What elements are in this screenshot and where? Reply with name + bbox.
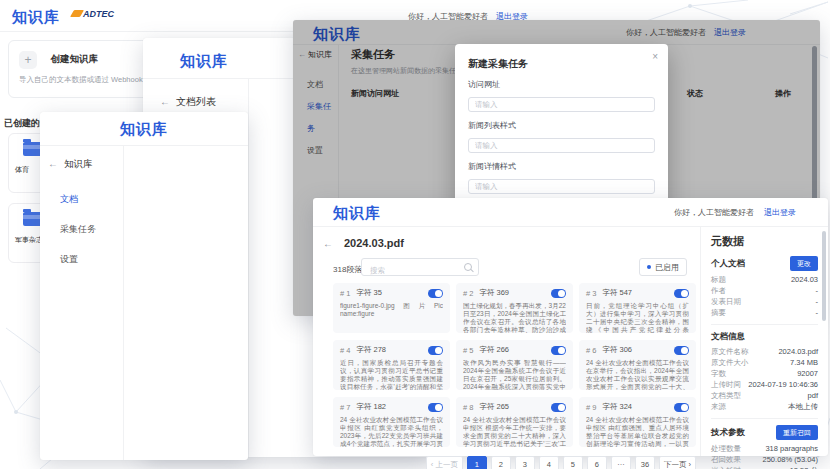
meta-row: 上传时间2024-07-19 10:46:36 xyxy=(711,379,818,390)
meta-value: 2024-07-19 10:46:36 xyxy=(748,379,818,390)
back-kb[interactable]: ←知识库 xyxy=(48,158,123,171)
sidebar-item-settings[interactable]: 设置 xyxy=(60,253,123,266)
paragraph-card[interactable]: # 9字符 32424 全社农业农村全国模范工作会议申报区 由红旗强国、重点人居… xyxy=(579,397,696,447)
url-field[interactable] xyxy=(468,97,655,112)
app-title: 知识库 xyxy=(12,8,60,27)
meta-value: 7.34 MB xyxy=(790,357,818,368)
meta-row: 发表日期- xyxy=(711,296,818,307)
logout-link[interactable]: 退出登录 xyxy=(764,208,796,217)
section-title-tech-params: 技术参数 xyxy=(711,427,745,439)
page-button[interactable]: 1 xyxy=(467,456,487,469)
meta-value: 2024.03 xyxy=(791,274,818,285)
meta-label: 处理数量 xyxy=(711,443,741,454)
enable-toggle[interactable] xyxy=(674,346,689,355)
enable-toggle[interactable] xyxy=(428,346,443,355)
search-input[interactable] xyxy=(368,263,464,279)
paragraph-card[interactable]: # 5字符 266改作风为民办实事 智慧银行——2024年全国金融系统工作会议于… xyxy=(456,340,573,390)
paragraph-card[interactable]: # 2字符 369国土绿化规划，春季再出发，3月22日至23日，2024年全国国… xyxy=(456,283,573,333)
page-ellipsis[interactable]: ··· xyxy=(611,456,631,469)
char-count: 字符 369 xyxy=(479,288,551,298)
paragraph-grid: # 1字符 35figure1-figure-0.jpg图片Pic name:f… xyxy=(333,283,700,447)
char-count: 字符 265 xyxy=(479,402,551,412)
prev-page-button[interactable]: ‹ 上一页 xyxy=(426,456,463,469)
adtec-logo: ADTEC xyxy=(72,9,114,19)
enable-toggle[interactable] xyxy=(551,346,566,355)
meta-row: 标题2024.03 xyxy=(711,274,818,285)
meta-value: - xyxy=(816,285,819,296)
paragraph-text: figure1-figure-0.jpg图片Pic name:figure xyxy=(340,302,443,333)
page-button[interactable]: 2 xyxy=(491,456,511,469)
char-count: 字符 324 xyxy=(602,402,674,412)
field-label-detail-style: 新闻详情样式 xyxy=(468,161,655,172)
status-dot-icon xyxy=(647,265,651,269)
search-box xyxy=(361,258,479,276)
paragraph-index: # 9 xyxy=(586,403,596,412)
enable-toggle[interactable] xyxy=(551,289,566,298)
meta-row: 文档类型pdf xyxy=(711,390,818,401)
back-arrow-icon[interactable]: ← xyxy=(323,238,333,249)
back-arrow-icon: ← xyxy=(160,96,170,107)
divider xyxy=(711,324,818,325)
page-button[interactable]: 6 xyxy=(587,456,607,469)
close-icon[interactable]: × xyxy=(652,51,658,62)
page-button[interactable]: 36 xyxy=(635,456,655,469)
logo-swoosh-icon xyxy=(70,10,84,17)
char-count: 字符 182 xyxy=(356,402,428,412)
meta-value: - xyxy=(816,296,819,307)
meta-row: 原文件大小7.34 MB xyxy=(711,357,818,368)
meta-label: 标题 xyxy=(711,274,726,285)
meta-row: 召回效果250.08% (53.04) xyxy=(711,454,818,465)
paragraph-index: # 3 xyxy=(586,289,596,298)
page-button[interactable]: 3 xyxy=(515,456,535,469)
enable-toggle[interactable] xyxy=(674,289,689,298)
enable-toggle[interactable] xyxy=(551,403,566,412)
paragraph-index: # 7 xyxy=(340,403,350,412)
back-doc-list[interactable]: ←文档列表 xyxy=(160,95,248,109)
window-title: 知识库 xyxy=(180,52,228,71)
paragraph-card[interactable]: # 8字符 26524 全社农业农村全国模范工作会议申报区 根据今年工作统一安排… xyxy=(456,397,573,447)
sidebar-item-tasks[interactable]: 采集任务 xyxy=(60,223,123,236)
meta-row: 来源本地上传 xyxy=(711,401,818,412)
scrollbar[interactable] xyxy=(822,231,826,321)
detail-style-field[interactable] xyxy=(468,179,655,194)
paragraph-index: # 8 xyxy=(463,403,473,412)
meta-label: 原文件大小 xyxy=(711,357,749,368)
paragraph-card[interactable]: # 1字符 35figure1-figure-0.jpg图片Pic name:f… xyxy=(333,283,450,333)
paragraph-card[interactable]: # 7字符 18224 全社农业农村全国模范工作会议申报区 由红旗党支部牵头组织… xyxy=(333,397,450,447)
paragraph-card[interactable]: # 3字符 547日前，党组理论学习中心组（扩大）进行集中学习，深入学习贯彻二十… xyxy=(579,283,696,333)
enable-toggle[interactable] xyxy=(428,403,443,412)
status-filter[interactable]: 已启用 xyxy=(639,258,687,276)
meta-value: 本地上传 xyxy=(788,401,818,412)
window-title: 知识库 xyxy=(120,120,168,137)
paragraph-text: 日前，党组理论学习中心组（扩大）进行集中学习，深入学习贯彻二十届中央纪委三次全会… xyxy=(586,302,689,333)
meta-value: 12.52 分 xyxy=(790,465,818,469)
meta-value: 2024.03.pdf xyxy=(778,346,818,357)
paragraph-text: 24 全社农业农村全国模范工作会议申报区 根据今年工作统一安排，要求全面贯彻党的… xyxy=(463,416,566,447)
meta-value: 250.08% (53.04) xyxy=(763,454,818,465)
section-title-doc-info: 文档信息 xyxy=(711,331,818,343)
page-button[interactable]: 4 xyxy=(539,456,559,469)
divider xyxy=(711,418,818,419)
kb-sidebar: ←知识库 文档 采集任务 设置 xyxy=(40,146,124,460)
meta-row: 原文件名称2024.03.pdf xyxy=(711,346,818,357)
re-recall-button[interactable]: 重新召回 xyxy=(776,425,818,440)
meta-row: 字数92007 xyxy=(711,368,818,379)
edit-metadata-button[interactable]: 更改 xyxy=(790,256,818,271)
enable-toggle[interactable] xyxy=(674,403,689,412)
window-title: 知识库 xyxy=(333,204,381,223)
page-button[interactable]: 5 xyxy=(563,456,583,469)
next-page-button[interactable]: 下一页 › xyxy=(659,456,696,469)
meta-label: 发表日期 xyxy=(711,296,741,307)
paragraph-text: 改作风为民办实事 智慧银行——2024年全国金融系统工作会议于近日在京召开，25… xyxy=(463,359,566,390)
paragraph-index: # 6 xyxy=(586,346,596,355)
enable-toggle[interactable] xyxy=(428,289,443,298)
paragraph-text: 近日，国家质检总局召开专题会议，认真学习贯彻习近平总书记重要指示精神，推动落实质… xyxy=(340,359,443,390)
doc-main: ←2024.03.pdf 318段落 已启用 # 1字符 35figure1-f… xyxy=(313,227,700,456)
paragraph-card[interactable]: # 4字符 278近日，国家质检总局召开专题会议，认真学习贯彻习近平总书记重要指… xyxy=(333,340,450,390)
plus-icon: + xyxy=(19,51,37,69)
list-style-field[interactable] xyxy=(468,138,655,153)
sidebar-item-docs[interactable]: 文档 xyxy=(60,193,123,206)
window-kb-menu: 知识库 ←知识库 文档 采集任务 设置 xyxy=(40,112,248,460)
meta-row: 作者- xyxy=(711,285,818,296)
paragraph-card[interactable]: # 6字符 30624 全社农业农村全面模范工作会议在京举行，会议指出，2024… xyxy=(579,340,696,390)
